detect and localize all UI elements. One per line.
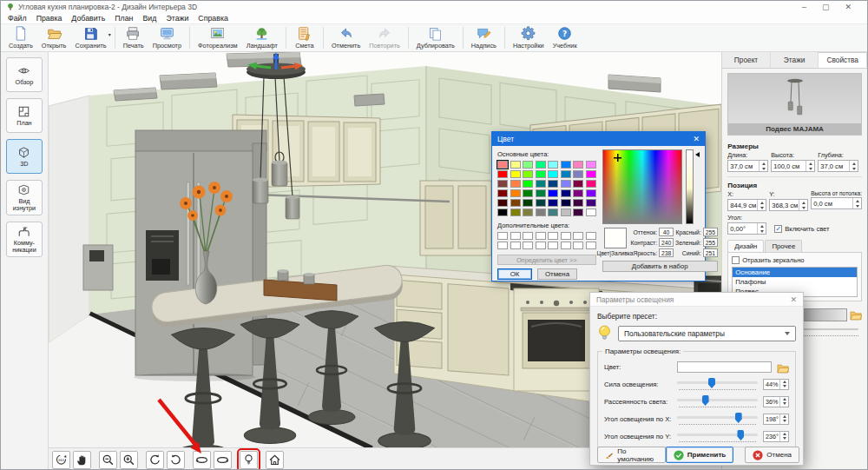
sidebar-item-view-inside[interactable]: Вид изнутри [6,180,43,215]
slider-thumb[interactable] [737,430,744,440]
brightness-field[interactable]: 238 [659,248,674,257]
slider-value-field[interactable]: 36% [763,396,789,407]
custom-color-swatch[interactable] [586,242,596,249]
spin-down-icon[interactable] [760,166,767,171]
tab-other[interactable]: Прочее [765,240,802,252]
color-swatch[interactable] [573,161,583,169]
spin-down-icon[interactable] [758,228,766,234]
color-swatch[interactable] [510,209,521,216]
sidebar-item-plan[interactable]: План [6,98,43,133]
color-swatch[interactable] [497,189,508,197]
toolbar-button-photo[interactable]: Фотореализм [194,25,242,50]
slider-thumb[interactable] [735,413,742,423]
slider-track[interactable] [677,394,758,408]
color-swatch[interactable] [548,161,558,169]
viewport-button-orbit-cw[interactable] [214,451,232,469]
color-swatch[interactable] [536,170,546,178]
custom-color-swatch[interactable] [523,242,533,249]
color-swatch[interactable] [497,209,508,216]
dropdown-arrow-icon[interactable]: ▾ [108,31,111,37]
color-swatch[interactable] [510,161,521,169]
color-dialog-close-icon[interactable]: ✕ [693,135,700,143]
menu-item-5[interactable]: Вид [142,14,156,23]
color-swatch[interactable] [586,189,596,197]
color-swatch[interactable] [561,209,571,216]
color-folder-icon[interactable] [777,361,789,372]
slider-value-field[interactable]: 44% [763,379,789,390]
custom-color-swatch[interactable] [536,242,546,249]
mirror-checkbox[interactable] [732,256,740,264]
sidebar-item-eye[interactable]: Обзор [6,57,43,92]
color-swatch[interactable] [536,180,546,188]
folder-icon[interactable] [850,310,862,321]
color-swatch[interactable] [586,180,596,188]
custom-color-swatch[interactable] [548,232,558,240]
spinbox-arrows[interactable] [852,198,861,209]
viewport-button-pan-hand[interactable] [73,451,91,469]
angle-field[interactable]: 0,00° [727,222,766,235]
toolbar-button-note[interactable]: Надпись [467,25,501,50]
spin-down-icon[interactable] [780,384,788,389]
toolbar-button-monitor[interactable]: Просмотр [148,25,186,50]
maximize-button[interactable]: ▢ [822,3,830,11]
slider-value-field[interactable]: 198° [763,414,789,425]
color-swatch[interactable] [561,170,571,178]
viewport-button-zoom-in[interactable] [120,451,138,469]
color-swatch[interactable] [561,161,571,169]
color-swatch[interactable] [586,209,596,216]
toolbar-button-duplicate[interactable]: Дублировать [412,25,459,50]
enable-light-checkbox[interactable]: ✓ [774,225,782,233]
spinbox-arrows[interactable] [806,161,814,171]
spinbox-arrows[interactable] [849,161,858,171]
height-field[interactable]: 100,0 см [771,160,815,172]
toolbar-button-tree[interactable]: Ландшафт [242,25,282,50]
custom-color-swatch[interactable] [561,232,571,240]
spinbox-arrows[interactable] [759,161,767,171]
color-swatch[interactable] [510,189,521,197]
color-swatch[interactable] [536,209,546,216]
spin-down-icon[interactable] [853,203,861,209]
lighting-dialog-titlebar[interactable]: Параметры освещения ✕ [590,293,803,307]
menu-item-2[interactable]: Правка [36,14,62,23]
spin-down-icon[interactable] [780,419,788,424]
custom-color-swatch[interactable] [510,242,521,249]
color-swatch[interactable] [523,209,533,216]
color-swatch[interactable] [573,170,583,178]
color-swatch[interactable] [523,161,533,169]
tab-properties[interactable]: Свойства [819,52,867,68]
color-swatch[interactable] [561,189,571,197]
color-swatch[interactable] [573,199,583,207]
color-swatch[interactable] [573,180,583,188]
color-swatch[interactable] [561,199,571,207]
spinbox-arrows[interactable] [799,200,807,210]
color-swatch[interactable] [548,180,558,188]
minimize-button[interactable]: – [802,3,806,11]
hue-saturation-field[interactable] [602,149,682,224]
preset-dropdown[interactable]: Пользовательские параметры [618,326,796,341]
spinbox-arrows[interactable] [779,397,788,407]
spin-down-icon[interactable] [806,166,814,171]
color-swatch[interactable] [510,180,521,188]
color-swatch[interactable] [523,199,533,207]
menu-item-6[interactable]: Этажи [166,14,188,23]
viewport-button-light-bulb[interactable] [240,451,258,469]
color-swatch[interactable] [536,189,546,197]
blue-field[interactable]: 251 [703,248,718,257]
color-swatch[interactable] [523,189,533,197]
toolbar-button-gear[interactable]: Настройки [509,25,549,50]
viewport-button-orbit-ccw[interactable] [193,451,211,469]
slider-track[interactable] [677,429,758,443]
color-swatch[interactable] [573,189,583,197]
color-swatch[interactable] [497,180,508,188]
menu-item-1[interactable]: Файл [8,14,27,23]
custom-color-swatch[interactable] [548,242,558,249]
menu-item-7[interactable]: Справка [198,14,228,23]
luminance-slider[interactable] [686,149,694,224]
hue-field[interactable]: 40 [659,228,674,236]
spinbox-arrows[interactable] [779,380,788,389]
color-swatch[interactable] [497,199,508,207]
color-swatch[interactable] [536,199,546,207]
tab-project[interactable]: Проект [722,52,771,68]
pos-x-field[interactable]: 844,9 см [727,199,766,211]
tab-floors[interactable]: Этажи [771,52,819,68]
